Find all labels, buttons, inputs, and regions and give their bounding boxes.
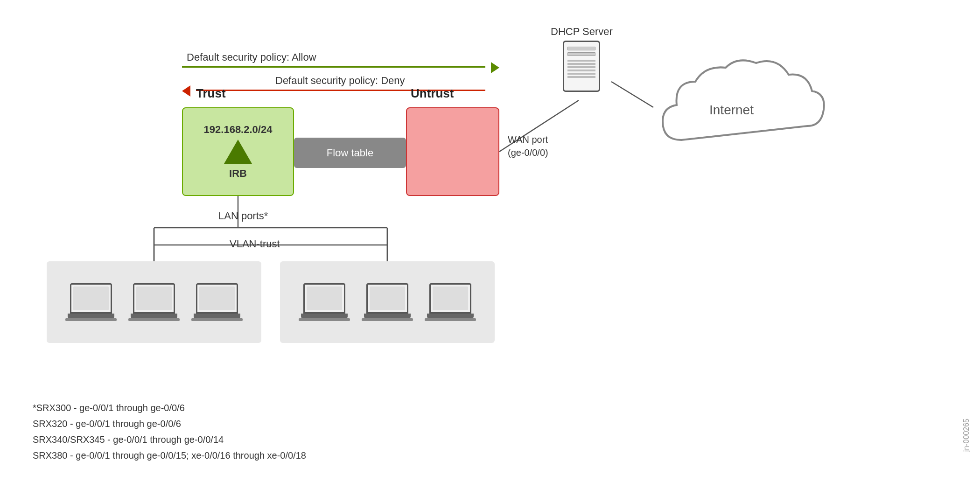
laptop-base-1 bbox=[68, 314, 114, 318]
server-icon bbox=[563, 41, 600, 92]
internet-label: Internet bbox=[709, 103, 754, 118]
footnotes: *SRX300 - ge-0/0/1 through ge-0/0/6 SRX3… bbox=[33, 400, 306, 463]
laptop-4 bbox=[299, 283, 350, 321]
allow-line bbox=[182, 66, 485, 68]
laptop-group-left bbox=[47, 261, 261, 343]
flow-table-connector: Flow table bbox=[294, 138, 406, 168]
arrow-allow: Default security policy: Allow bbox=[182, 60, 499, 74]
laptop-6 bbox=[425, 283, 476, 321]
dhcp-server: DHCP Server bbox=[551, 26, 613, 92]
laptop-stand-4 bbox=[299, 318, 350, 321]
vlan-label: VLAN-trust bbox=[230, 238, 280, 250]
laptop-screen-4 bbox=[303, 283, 345, 314]
laptop-5 bbox=[362, 283, 413, 321]
trust-title: Trust bbox=[196, 86, 226, 101]
deny-arrowhead bbox=[182, 85, 190, 97]
laptop-screen-1 bbox=[70, 283, 112, 314]
laptop-screen-inner-2 bbox=[136, 286, 172, 310]
dhcp-label: DHCP Server bbox=[551, 26, 613, 38]
laptop-screen-5 bbox=[366, 283, 408, 314]
lan-ports-label: LAN ports* bbox=[218, 210, 268, 222]
wan-port-label: WAN port (ge-0/0/0) bbox=[508, 133, 548, 159]
server-vents bbox=[567, 60, 595, 78]
laptop-1 bbox=[65, 283, 117, 321]
server-slot-2 bbox=[567, 52, 595, 56]
laptop-screen-inner-3 bbox=[199, 286, 235, 310]
trust-box: 192.168.2.0/24 IRB bbox=[182, 107, 294, 196]
laptop-screen-inner-6 bbox=[433, 286, 468, 310]
trust-ip: 192.168.2.0/24 bbox=[204, 124, 273, 136]
laptop-stand-3 bbox=[191, 318, 243, 321]
trust-triangle-icon bbox=[224, 140, 252, 164]
server-vent-1 bbox=[567, 60, 595, 62]
laptop-screen-2 bbox=[133, 283, 175, 314]
laptop-screen-3 bbox=[196, 283, 238, 314]
laptop-stand-5 bbox=[362, 318, 413, 321]
laptop-base-4 bbox=[301, 314, 348, 318]
allow-arrowhead bbox=[491, 62, 499, 73]
laptop-screen-inner-1 bbox=[73, 286, 109, 310]
server-vent-6 bbox=[567, 76, 595, 78]
laptop-stand-2 bbox=[128, 318, 180, 321]
laptop-base-2 bbox=[131, 314, 177, 318]
footnote-2: SRX320 - ge-0/0/1 through ge-0/0/6 bbox=[33, 416, 306, 432]
laptop-base-3 bbox=[194, 314, 240, 318]
laptop-screen-6 bbox=[429, 283, 471, 314]
laptop-3 bbox=[191, 283, 243, 321]
laptop-screen-inner-4 bbox=[307, 286, 342, 310]
cloud-container: Internet bbox=[644, 47, 831, 177]
server-vent-2 bbox=[567, 63, 595, 65]
laptop-base-6 bbox=[427, 314, 474, 318]
laptop-screen-inner-5 bbox=[370, 286, 405, 310]
footnote-1: *SRX300 - ge-0/0/1 through ge-0/0/6 bbox=[33, 400, 306, 416]
server-vent-5 bbox=[567, 73, 595, 75]
irb-label: IRB bbox=[229, 168, 247, 180]
diagram: Default security policy: Allow Default s… bbox=[0, 0, 980, 489]
footnote-3: SRX340/SRX345 - ge-0/0/1 through ge-0/0/… bbox=[33, 432, 306, 447]
laptop-stand-6 bbox=[425, 318, 476, 321]
laptop-2 bbox=[128, 283, 180, 321]
laptop-stand-1 bbox=[65, 318, 117, 321]
laptop-group-right bbox=[280, 261, 495, 343]
footnote-4: SRX380 - ge-0/0/1 through ge-0/0/15; xe-… bbox=[33, 447, 306, 463]
allow-label: Default security policy: Allow bbox=[187, 51, 316, 63]
untrust-title: Untrust bbox=[411, 86, 454, 101]
server-slot-1 bbox=[567, 47, 595, 50]
laptop-base-5 bbox=[364, 314, 411, 318]
server-vent-4 bbox=[567, 70, 595, 71]
watermark: jn-000265 bbox=[962, 419, 971, 452]
server-vent-3 bbox=[567, 66, 595, 68]
flow-table-label: Flow table bbox=[327, 147, 373, 159]
deny-label: Default security policy: Deny bbox=[275, 75, 405, 87]
untrust-box bbox=[406, 107, 499, 196]
